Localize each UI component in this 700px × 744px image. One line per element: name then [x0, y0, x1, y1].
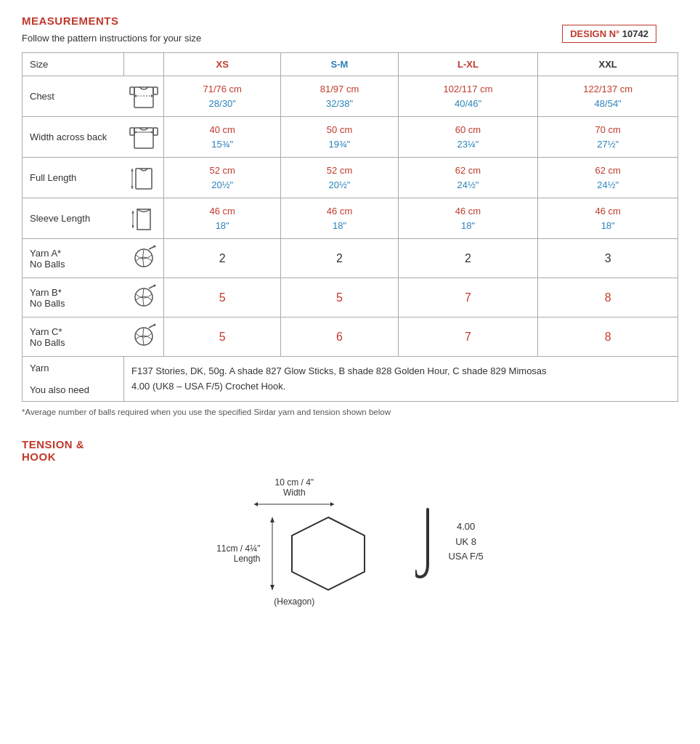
yarn-b-icon [129, 281, 159, 312]
yarn-c-sm: 6 [281, 318, 398, 357]
chest-sm: 81/97 cm32/38" [281, 76, 398, 117]
yarn-b-icon-cell [124, 278, 164, 318]
width-arrow [251, 498, 338, 511]
svg-marker-17 [131, 211, 134, 214]
svg-point-19 [135, 249, 152, 267]
width-sm: 50 cm19¾" [281, 117, 398, 158]
svg-marker-32 [270, 517, 274, 522]
yarn-info-row: YarnYou also need F137 Stories, DK, 50g.… [23, 357, 678, 402]
svg-rect-0 [134, 87, 153, 108]
yarn-a-label: Yarn A*No Balls [23, 239, 124, 278]
chest-lxl: 102/117 cm40/46" [398, 76, 538, 117]
svg-rect-6 [134, 128, 153, 148]
width-back-label: Width across back [23, 117, 124, 158]
size-xxl: XXL [538, 53, 678, 76]
full-length-xxl: 62 cm24½" [538, 158, 678, 198]
svg-rect-4 [130, 87, 134, 94]
yarn-a-icon-cell [124, 239, 164, 278]
tension-diagram: 10 cm / 4" Width 11cm / 4¼" [22, 477, 678, 607]
sleeve-xxl: 46 cm18" [538, 198, 678, 239]
size-header-row: Size XS S-M L-XL XXL [23, 53, 678, 76]
svg-rect-8 [153, 128, 158, 135]
chest-icon-cell [124, 76, 164, 117]
yarn-a-lxl: 2 [398, 239, 538, 278]
design-label: DESIGN N° [570, 28, 619, 39]
design-number: 10742 [622, 28, 648, 39]
svg-marker-34 [292, 517, 365, 590]
sleeve-xs: 46 cm18" [164, 198, 281, 239]
width-lxl: 60 cm23¼" [398, 117, 538, 158]
width-label: 10 cm / 4" Width [251, 477, 338, 498]
svg-point-22 [135, 288, 152, 306]
chest-label: Chest [23, 76, 124, 117]
svg-marker-18 [131, 225, 134, 228]
svg-marker-33 [270, 585, 274, 590]
svg-point-25 [135, 328, 152, 345]
hook-svg [415, 506, 441, 578]
sleeve-lxl: 46 cm18" [398, 198, 538, 239]
width-back-row: Width across back 40 cm15¾" [23, 117, 678, 158]
design-badge: DESIGN N° 10742 [562, 25, 656, 43]
width-xs: 40 cm15¾" [164, 117, 281, 158]
yarn-info: F137 Stories, DK, 50g. A shade 827 Glow … [124, 357, 678, 402]
yarn-b-row: Yarn B*No Balls 5 5 7 8 [23, 278, 678, 318]
svg-rect-12 [136, 169, 152, 189]
chest-xxl: 122/137 cm48/54" [538, 76, 678, 117]
svg-marker-30 [330, 502, 334, 506]
full-length-row: Full Length 52 cm20½" 52 cm20½" [23, 158, 678, 198]
tension-section: TENSION &HOOK 10 cm / 4" Width [22, 438, 678, 607]
hexagon-container: 10 cm / 4" Width 11cm / 4¼" [216, 477, 372, 607]
yarn-a-xs: 2 [164, 239, 281, 278]
yarn-c-icon-cell [124, 318, 164, 357]
size-sm: S-M [281, 53, 398, 76]
svg-point-24 [153, 285, 155, 287]
chest-icon [129, 80, 159, 110]
width-back-icon-cell [124, 117, 164, 158]
hook-container: 4.00 UK 8 USA F/5 [415, 506, 483, 578]
yarn-b-label: Yarn B*No Balls [23, 278, 124, 318]
yarn-a-sm: 2 [281, 239, 398, 278]
full-length-lxl: 62 cm24½" [398, 158, 538, 198]
svg-marker-15 [131, 186, 133, 189]
yarn-c-icon [129, 320, 159, 351]
width-xxl: 70 cm27½" [538, 117, 678, 158]
svg-marker-14 [131, 169, 133, 171]
full-length-xs: 52 cm20½" [164, 158, 281, 198]
yarn-label: YarnYou also need [23, 357, 124, 402]
hook-size-label: 4.00 UK 8 USA F/5 [448, 519, 483, 565]
measurements-table: Size XS S-M L-XL XXL Chest [22, 52, 678, 402]
svg-marker-29 [254, 502, 258, 506]
yarn-c-row: Yarn C*No Balls 5 6 7 8 [23, 318, 678, 357]
svg-rect-5 [153, 87, 158, 94]
shape-label: (Hexagon) [274, 597, 314, 607]
chest-row: Chest [23, 76, 678, 117]
sleeve-sm: 46 cm18" [281, 198, 398, 239]
full-length-sm: 52 cm20½" [281, 158, 398, 198]
yarn-b-xs: 5 [164, 278, 281, 318]
sleeve-length-icon [129, 202, 159, 232]
yarn-b-xxl: 8 [538, 278, 678, 318]
yarn-a-xxl: 3 [538, 239, 678, 278]
size-lxl: L-XL [398, 53, 538, 76]
hexagon-svg [285, 514, 372, 594]
svg-point-21 [153, 246, 155, 248]
yarn-b-sm: 5 [281, 278, 398, 318]
footnote: *Average number of balls required when y… [22, 408, 678, 416]
svg-point-27 [153, 324, 155, 326]
full-length-label: Full Length [23, 158, 124, 198]
tension-title: TENSION &HOOK [22, 438, 678, 463]
yarn-a-row: Yarn A*No Balls 2 2 2 3 [23, 239, 678, 278]
yarn-b-lxl: 7 [398, 278, 538, 318]
sleeve-length-icon-cell [124, 198, 164, 239]
width-back-icon [129, 121, 159, 151]
full-length-icon-cell [124, 158, 164, 198]
yarn-c-lxl: 7 [398, 318, 538, 357]
sleeve-length-label: Sleeve Length [23, 198, 124, 239]
full-length-icon [129, 161, 159, 192]
yarn-c-xs: 5 [164, 318, 281, 357]
svg-rect-7 [130, 128, 134, 135]
chest-xs: 71/76 cm28/30" [164, 76, 281, 117]
length-arrow [266, 514, 279, 594]
yarn-c-label: Yarn C*No Balls [23, 318, 124, 357]
length-label: 11cm / 4¼" Length [216, 543, 260, 564]
